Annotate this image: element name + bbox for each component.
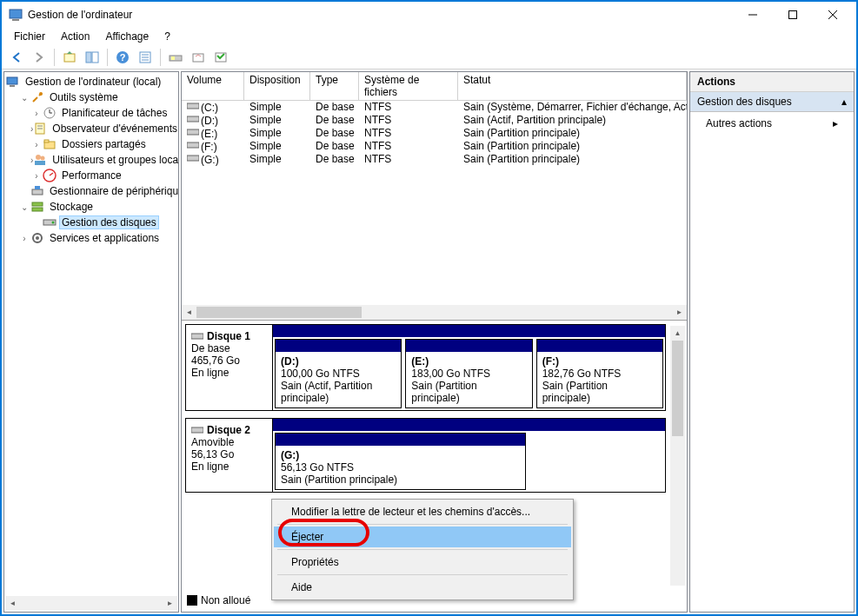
- tree-task-scheduler[interactable]: › Planificateur de tâches: [6, 105, 176, 121]
- actions-section[interactable]: Gestion des disques ▴: [690, 92, 854, 112]
- svg-rect-3: [789, 11, 797, 19]
- col-layout[interactable]: Disposition: [244, 72, 310, 100]
- col-volume[interactable]: Volume: [182, 72, 244, 100]
- svg-rect-44: [187, 116, 199, 122]
- disk-partitions: (D:)100,00 Go NTFSSain (Actif, Partition…: [273, 325, 665, 410]
- drive-icon: [187, 114, 201, 124]
- svg-rect-48: [191, 334, 203, 339]
- services-icon: [30, 231, 44, 245]
- properties-button[interactable]: [136, 48, 155, 67]
- context-change-letter[interactable]: Modifier la lettre de lecteur et les che…: [274, 501, 571, 522]
- minimize-button[interactable]: [733, 2, 773, 28]
- scroll-up-icon[interactable]: ▲: [670, 326, 685, 341]
- tree-storage[interactable]: ⌄ Stockage: [6, 199, 176, 215]
- svg-point-40: [52, 222, 55, 224]
- expander-closed-icon[interactable]: ›: [18, 234, 30, 243]
- partition-header-bar: [276, 340, 401, 352]
- title-bar: Gestion de l'ordinateur: [2, 2, 856, 28]
- up-button[interactable]: [60, 48, 79, 67]
- volume-row[interactable]: (E:)SimpleDe baseNTFSSain (Partition pri…: [182, 127, 687, 140]
- svg-rect-38: [32, 208, 43, 211]
- volume-horizontal-scrollbar[interactable]: ◄ ►: [182, 305, 687, 320]
- svg-rect-29: [44, 140, 49, 142]
- disk-partition[interactable]: (F:)182,76 Go NTFSSain (Partition princi…: [536, 339, 663, 408]
- context-eject[interactable]: Éjecter: [274, 527, 571, 547]
- svg-rect-1: [12, 19, 19, 21]
- menu-view[interactable]: Affichage: [98, 29, 156, 44]
- actions-other[interactable]: Autres actions ▸: [690, 112, 854, 135]
- maximize-button[interactable]: [773, 2, 813, 28]
- menu-help[interactable]: ?: [157, 29, 177, 44]
- help-button[interactable]: ?: [113, 48, 132, 67]
- tree-local-users[interactable]: › Utilisateurs et groupes locaux: [6, 152, 176, 168]
- volume-row[interactable]: (G:)SimpleDe baseNTFSSain (Partition pri…: [182, 153, 687, 166]
- context-menu: Modifier la lettre de lecteur et les che…: [271, 499, 574, 600]
- collapse-icon[interactable]: ▴: [841, 96, 847, 108]
- scroll-left-icon[interactable]: ◄: [182, 305, 196, 320]
- tree-horizontal-scrollbar[interactable]: ◄ ►: [5, 596, 177, 611]
- forward-button[interactable]: [30, 48, 49, 67]
- legend-label: Non alloué: [201, 594, 250, 606]
- tree-panel: Gestion de l'ordinateur (local) ⌄ Outils…: [3, 71, 179, 613]
- col-status[interactable]: Statut: [458, 72, 687, 100]
- tree-event-viewer[interactable]: › Observateur d'événements: [6, 121, 176, 136]
- actions-panel: Actions Gestion des disques ▴ Autres act…: [689, 71, 855, 613]
- window-title: Gestion de l'ordinateur: [28, 9, 733, 21]
- tree-disk-management[interactable]: Gestion des disques: [6, 215, 176, 230]
- scroll-left-icon[interactable]: ◄: [5, 596, 20, 611]
- menu-separator: [277, 549, 568, 550]
- disk-label[interactable]: Disque 1De base465,76 GoEn ligne: [186, 325, 273, 410]
- disk-view-button[interactable]: [166, 48, 185, 67]
- scrollbar-thumb[interactable]: [672, 341, 683, 436]
- chevron-right-icon: ▸: [833, 117, 838, 129]
- svg-rect-8: [92, 52, 98, 63]
- tree-shared-folders[interactable]: › Dossiers partagés: [6, 136, 176, 152]
- svg-point-21: [39, 92, 43, 96]
- refresh-button[interactable]: [189, 48, 208, 67]
- scroll-right-icon[interactable]: ►: [163, 596, 177, 611]
- expander-open-icon[interactable]: ⌄: [18, 93, 30, 103]
- volume-row[interactable]: (D:)SimpleDe baseNTFSSain (Actif, Partit…: [182, 114, 687, 127]
- scroll-right-icon[interactable]: ►: [672, 305, 687, 320]
- expander-open-icon[interactable]: ⌄: [18, 202, 30, 212]
- disk-label[interactable]: Disque 2Amovible56,13 GoEn ligne: [186, 419, 273, 492]
- scrollbar-thumb[interactable]: [196, 307, 362, 318]
- menu-separator: [277, 574, 568, 575]
- svg-rect-43: [187, 103, 199, 109]
- back-button[interactable]: [7, 48, 26, 67]
- svg-point-30: [36, 155, 41, 160]
- disk-header-bar: [273, 419, 665, 431]
- svg-rect-36: [35, 186, 40, 189]
- volume-row[interactable]: (C:)SimpleDe baseNTFSSain (Système, Déma…: [182, 101, 687, 114]
- disk-partition[interactable]: (D:)100,00 Go NTFSSain (Actif, Partition…: [275, 339, 402, 408]
- context-properties[interactable]: Propriétés: [274, 552, 571, 573]
- tree-device-manager[interactable]: Gestionnaire de périphériques: [6, 183, 176, 199]
- list-view-button[interactable]: [211, 48, 230, 67]
- disk-vertical-scrollbar[interactable]: ▲: [670, 326, 685, 586]
- disk-partition[interactable]: (E:)183,00 Go NTFSSain (Partition princi…: [405, 339, 532, 408]
- disk-partition[interactable]: (G:)56,13 Go NTFSSain (Partition princip…: [275, 433, 526, 490]
- expander-closed-icon[interactable]: ›: [30, 140, 43, 149]
- tree-system-tools[interactable]: ⌄ Outils système: [6, 89, 176, 105]
- tree-performance[interactable]: › Performance: [6, 168, 176, 183]
- svg-rect-6: [64, 54, 75, 62]
- col-filesystem[interactable]: Système de fichiers: [359, 72, 458, 100]
- disk-header-bar: [273, 325, 665, 337]
- drive-icon: [187, 140, 201, 150]
- context-help[interactable]: Aide: [274, 577, 571, 598]
- menu-action[interactable]: Action: [54, 29, 96, 44]
- svg-rect-46: [187, 142, 199, 148]
- expander-closed-icon[interactable]: ›: [30, 171, 43, 181]
- svg-rect-19: [7, 77, 17, 84]
- col-type[interactable]: Type: [310, 72, 359, 100]
- volume-row[interactable]: (F:)SimpleDe baseNTFSSain (Partition pri…: [182, 140, 687, 153]
- disk-partitions: (G:)56,13 Go NTFSSain (Partition princip…: [273, 419, 665, 492]
- menu-file[interactable]: Fichier: [7, 29, 52, 44]
- expander-closed-icon[interactable]: ›: [30, 109, 43, 118]
- tree-root[interactable]: Gestion de l'ordinateur (local): [6, 74, 176, 89]
- clock-icon: [43, 106, 57, 120]
- show-hide-tree-button[interactable]: [83, 48, 102, 67]
- close-button[interactable]: [813, 2, 853, 28]
- tree-services[interactable]: › Services et applications: [6, 230, 176, 246]
- partition-header-bar: [406, 340, 531, 352]
